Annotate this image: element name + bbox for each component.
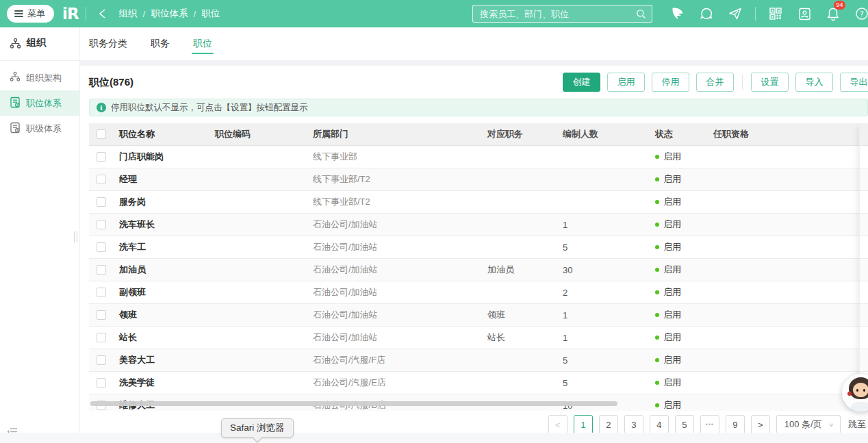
- table-row[interactable]: 站长石油公司/加油站站长1启用: [89, 327, 868, 349]
- row-checkbox[interactable]: [97, 220, 106, 229]
- help-icon[interactable]: ?: [853, 5, 868, 23]
- global-search[interactable]: [472, 5, 652, 23]
- top-header: 菜单 iR 组织/职位体系/职位 94: [0, 0, 868, 27]
- column-header: 所属部门: [311, 128, 486, 140]
- breadcrumb-item[interactable]: 组织: [119, 8, 138, 20]
- row-checkbox[interactable]: [97, 310, 106, 320]
- table-row[interactable]: 服务岗线下事业部/T2启用: [89, 191, 868, 214]
- row-checkbox-cell: [89, 265, 118, 275]
- breadcrumb: 组织/职位体系/职位: [119, 8, 220, 20]
- jump-to-label: 跳至: [848, 418, 866, 431]
- status-dot-icon: [655, 268, 659, 272]
- tab-bar: 职务分类职务职位: [80, 27, 868, 60]
- sidebar-item-org-structure[interactable]: 组织架构: [0, 65, 79, 90]
- column-header: 状态: [654, 128, 712, 140]
- prev-page-button[interactable]: <: [548, 415, 567, 434]
- create-button[interactable]: 创建: [563, 73, 600, 92]
- settings-button[interactable]: 设置: [751, 73, 789, 92]
- table-row[interactable]: 副领班石油公司/加油站2启用: [89, 281, 868, 304]
- sidebar-section-org[interactable]: 组织: [0, 27, 79, 59]
- export-button[interactable]: 导出: [840, 73, 868, 92]
- tab-position[interactable]: 职位: [193, 27, 212, 60]
- row-checkbox[interactable]: [97, 242, 106, 252]
- position-name-cell: 服务岗: [118, 196, 214, 208]
- status-cell: 启用: [654, 218, 712, 231]
- status-badge: 启用: [663, 332, 681, 342]
- sidebar-divider: [0, 60, 79, 61]
- table-row[interactable]: 美容大工石油公司/汽服/F店5启用: [89, 349, 868, 372]
- dock-tooltip: Safari 浏览器: [221, 418, 294, 438]
- tab-duty-category[interactable]: 职务分类: [89, 27, 127, 60]
- page-button-9[interactable]: 9: [726, 415, 745, 434]
- sidebar-item-position-system[interactable]: 职位体系: [0, 90, 79, 116]
- row-checkbox[interactable]: [97, 152, 106, 162]
- breadcrumb-item[interactable]: 职位: [201, 8, 220, 20]
- dingtalk-icon[interactable]: [669, 5, 687, 23]
- table-row[interactable]: 洗车班长石油公司/加油站1启用: [89, 214, 868, 236]
- sidebar-item-label: 职级体系: [26, 123, 62, 135]
- row-checkbox-cell: [89, 242, 118, 252]
- row-checkbox[interactable]: [97, 333, 106, 342]
- status-cell: 启用: [654, 309, 712, 321]
- import-button[interactable]: 导入: [795, 73, 833, 92]
- search-input[interactable]: [480, 9, 636, 19]
- department-cell: 石油公司/加油站: [311, 331, 486, 344]
- contacts-icon[interactable]: [795, 5, 813, 23]
- position-name-cell: 副领班: [118, 286, 214, 299]
- tab-duty[interactable]: 职务: [151, 27, 170, 60]
- row-checkbox[interactable]: [97, 265, 106, 275]
- enable-button[interactable]: 启用: [607, 73, 645, 92]
- status-badge: 启用: [663, 287, 681, 297]
- status-badge: 启用: [663, 197, 681, 207]
- page-button-2[interactable]: 2: [599, 415, 618, 434]
- table-row[interactable]: 洗车工石油公司/加油站5启用: [89, 236, 868, 259]
- page-size-select[interactable]: 100 条/页∨: [776, 415, 841, 434]
- row-checkbox[interactable]: [97, 197, 106, 207]
- next-page-button[interactable]: >: [751, 415, 770, 434]
- qr-code-icon[interactable]: [767, 5, 784, 23]
- status-cell: 启用: [654, 399, 712, 412]
- table-row[interactable]: 经理线下事业部/T2启用: [89, 168, 868, 191]
- header-divider: [86, 7, 86, 21]
- row-checkbox-cell: [89, 288, 118, 297]
- sidebar-item-icon: [10, 71, 21, 84]
- chevron-left-icon: [99, 9, 106, 18]
- page-button-4[interactable]: 4: [650, 415, 669, 434]
- disable-button[interactable]: 停用: [652, 73, 689, 92]
- status-cell: 启用: [654, 173, 712, 186]
- back-button[interactable]: [96, 7, 110, 21]
- table-row[interactable]: 领班石油公司/加油站领班1启用: [89, 304, 868, 327]
- table-row[interactable]: 门店职能岗线下事业部启用: [89, 146, 868, 168]
- select-all-checkbox[interactable]: [97, 129, 106, 139]
- row-checkbox[interactable]: [97, 288, 106, 297]
- messages-icon[interactable]: [698, 5, 715, 23]
- send-icon[interactable]: [726, 5, 744, 23]
- page-button-1[interactable]: 1: [574, 415, 593, 434]
- info-banner-text: 停用职位默认不显示，可点击【设置】按钮配置显示: [111, 102, 308, 114]
- menu-button[interactable]: 菜单: [7, 5, 54, 23]
- table-row[interactable]: 洗美学徒石油公司/汽服/E店5启用: [89, 372, 868, 394]
- status-cell: 启用: [654, 286, 712, 299]
- breadcrumb-item[interactable]: 职位体系: [151, 8, 188, 20]
- sidebar-item-rank-system[interactable]: 职级体系: [0, 116, 79, 141]
- horizontal-scrollbar[interactable]: [90, 401, 617, 406]
- duty-cell: 站长: [486, 331, 561, 344]
- breadcrumb-separator: /: [193, 9, 196, 19]
- row-checkbox[interactable]: [97, 378, 106, 388]
- sidebar-resize-handle[interactable]: [74, 231, 77, 242]
- page-ellipsis[interactable]: •••: [700, 415, 719, 434]
- app-window: 菜单 iR 组织/职位体系/职位 94: [0, 0, 868, 443]
- department-cell: 线下事业部/T2: [311, 173, 486, 186]
- row-checkbox[interactable]: [97, 355, 106, 365]
- headcount-cell: 1: [561, 310, 654, 320]
- merge-button[interactable]: 合并: [696, 73, 734, 92]
- page-button-5[interactable]: 5: [675, 415, 694, 434]
- status-badge: 启用: [663, 400, 681, 410]
- row-checkbox[interactable]: [97, 175, 106, 184]
- table-row[interactable]: 加油员石油公司/加油站加油员30启用: [89, 259, 868, 281]
- department-cell: 石油公司/加油站: [311, 241, 486, 253]
- department-cell: 线下事业部: [311, 151, 486, 163]
- page-button-3[interactable]: 3: [624, 415, 643, 434]
- position-name-cell: 加油员: [118, 264, 214, 276]
- notifications-icon[interactable]: 94: [824, 5, 842, 23]
